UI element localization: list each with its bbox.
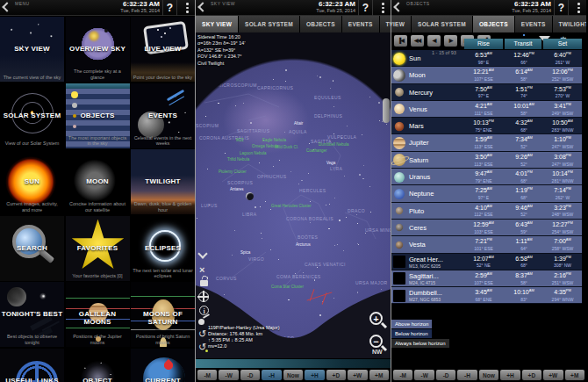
cell: 3:41PM249° WSW <box>543 103 582 116</box>
back-icon[interactable] <box>393 2 403 11</box>
overflow-menu-icon[interactable] <box>577 3 580 15</box>
overflow-menu-icon[interactable] <box>186 3 189 15</box>
tab-solar-system[interactable]: SOLAR SYSTEM <box>239 16 299 32</box>
tab-sky-view[interactable]: SKY VIEW <box>196 16 238 32</box>
time-step-button--w[interactable]: -W <box>219 370 238 380</box>
rotate-cw-icon[interactable]: ↺ <box>198 342 206 352</box>
comet-icon[interactable] <box>198 319 204 325</box>
object-row-venus[interactable]: Venus 4:21AM111° ESE 10:01AM58° 3:41PM24… <box>391 101 582 118</box>
time-step-button--d[interactable]: -D <box>436 370 455 380</box>
help-button[interactable]: ? <box>358 0 373 16</box>
sky-map[interactable]: MICROSCOPIUMCAPRICORNUSPEGASUSEQUULEUSDE… <box>196 32 391 358</box>
time-step-button-+w[interactable]: +W <box>348 370 367 380</box>
object-rise-set: ↑ 5:35 PM ↓ 8:25 AM <box>208 337 280 343</box>
tile-subtitle: The complete sky at a glance <box>68 68 128 80</box>
object-row-moon[interactable]: Moon 12:21AM107° ESE 6:14AM58° 12:06PM25… <box>391 67 582 83</box>
unlock-icon[interactable] <box>200 280 208 286</box>
rotate-ccw-icon[interactable]: ↺ <box>198 329 206 339</box>
overflow-menu-icon[interactable] <box>382 3 384 15</box>
object-row-mars[interactable]: Mars 10:13PM75° ENE 4:32AM68° 10:50AM283… <box>391 118 582 134</box>
close-icon[interactable]: × <box>199 264 204 275</box>
time-step-button-+h[interactable]: +H <box>305 370 324 380</box>
jupiter-icon <box>393 137 405 149</box>
object-row-jupiter[interactable]: Jupiter 1:59AM113° ESE 7:34AM52° 1:10PM2… <box>391 134 582 151</box>
time-step-button-+m[interactable]: +M <box>369 370 389 380</box>
time-step-button-+d[interactable]: +D <box>522 370 541 380</box>
menu-tile-twilight[interactable]: TWILIGHT Dawn, dusk, blue & golden hour <box>131 149 195 214</box>
menu-tile-objects[interactable]: OBJECTS The most important objects in th… <box>66 83 130 148</box>
time-step-button--h[interactable]: -H <box>262 370 281 380</box>
tile-title: USEFUL LINKS <box>0 377 64 382</box>
object-name: Dumbbell... <box>409 289 442 297</box>
tab-events[interactable]: EVENTS <box>515 16 552 32</box>
tab-twilight[interactable]: TWILIGHT <box>380 16 391 32</box>
tile-title: MOONS OF SATURN <box>131 310 195 326</box>
time-step-button-+h[interactable]: +H <box>500 370 520 380</box>
time-step-button--m[interactable]: -M <box>197 370 217 380</box>
menu-tile-tonight-s-best[interactable]: TONIGHT'S BEST Best objects to observe t… <box>0 282 64 347</box>
time-step-button-+d[interactable]: +D <box>326 370 346 380</box>
zoom-in-icon[interactable]: + <box>369 312 383 325</box>
time-step-button--w[interactable]: -W <box>414 370 434 380</box>
column-header-set[interactable]: Set <box>543 39 582 49</box>
menu-tile-live-view[interactable]: LIVE VIEW Point your device to the sky <box>131 17 195 82</box>
menu-tile-useful-links[interactable]: USEFUL LINKS <box>0 349 64 382</box>
menu-tile-object-database[interactable]: OBJECT DATABASE <box>66 349 130 382</box>
time-step-button--h[interactable]: -H <box>457 370 477 380</box>
map-slider-handle[interactable] <box>383 98 390 123</box>
object-row-greather[interactable]: Great Her... M13, NGC 6205 12:07AM52° NE… <box>391 254 582 270</box>
cell: 6:40PM261° W <box>543 52 582 65</box>
tab-twilight[interactable]: TWILIGHT <box>553 16 586 32</box>
menu-tile-favorites[interactable]: FAVORITES Your favorite objects [0] <box>66 216 130 281</box>
column-header-rise[interactable]: Rise <box>464 39 503 49</box>
menu-tile-search[interactable]: SEARCH <box>0 216 64 281</box>
tile-subtitle: Celestial events in the next weeks <box>133 135 193 147</box>
tab-solar-system[interactable]: SOLAR SYSTEM <box>412 16 472 32</box>
menu-tile-events[interactable]: EVENTS Celestial events in the next week… <box>131 83 195 148</box>
daylight-time-slider[interactable] <box>196 358 391 368</box>
time-step-button-now[interactable]: Now <box>283 370 303 380</box>
column-header-transit[interactable]: Transit <box>505 39 541 49</box>
center-target-icon[interactable] <box>198 292 209 302</box>
object-row-neptune[interactable]: Neptune 7:25AM97° E 1:19PM68° 7:14PM262°… <box>391 185 582 202</box>
zoom-out-icon[interactable]: − <box>369 335 383 348</box>
tab-objects[interactable]: OBJECTS <box>300 16 341 32</box>
menu-tile-current-location[interactable]: CURRENT LOCATION <box>131 349 195 382</box>
menu-tile-overview-sky[interactable]: OVERVIEW SKY The complete sky at a glanc… <box>66 17 130 82</box>
object-row-mercury[interactable]: Mercury 7:50AM97° E 1:51PM74° 7:53PM270°… <box>391 84 582 101</box>
app-screen: MENU 6:32:23 AM Tue, Feb 25, 2014 ? SKY … <box>0 0 588 382</box>
object-row-vesta[interactable]: Vesta 7:21PM101° ESE 1:11AM64° 7:00AM258… <box>391 236 582 253</box>
object-row-sagittari[interactable]: Sagittari... M24, IC 4715 2:59AM107° ESE… <box>391 270 582 287</box>
time-step-button--d[interactable]: -D <box>240 370 260 380</box>
time-step-button-now[interactable]: Now <box>479 370 498 380</box>
menu-tile-moons-of-saturn[interactable]: MOONS OF SATURN Positions of bright Satu… <box>131 282 195 347</box>
tab-objects[interactable]: OBJECTS <box>473 16 514 32</box>
sky-info-line: Civil Twilight <box>197 61 245 67</box>
time-step-button--m[interactable]: -M <box>393 370 412 380</box>
back-icon[interactable] <box>2 2 11 11</box>
menu-tile-eclipses[interactable]: ECLIPSES The next ten solar and lunar ec… <box>131 216 195 281</box>
selected-object-info: 119P/Parker-Hartley (Ursa Major) Distanc… <box>208 325 280 350</box>
object-row-saturn[interactable]: Saturn 3:50AM113° ESE 9:26AM52° 3:08PM24… <box>391 152 582 169</box>
time-step-button-+m[interactable]: +M <box>565 370 584 380</box>
current-date: Tue, Feb 25, 2014 <box>120 9 160 14</box>
help-button[interactable]: ? <box>554 0 569 16</box>
menu-tile-sky-view[interactable]: SKY VIEW The current view of the sky <box>0 17 64 82</box>
object-row-uranus[interactable]: Uranus 9:47AM79° ENE 4:01PM68° 10:14PM28… <box>391 169 582 185</box>
back-icon[interactable] <box>197 2 207 11</box>
object-row-dumbbell[interactable]: Dumbbell... M27, NGC 6853 3:45AM68° ENE … <box>391 287 582 304</box>
help-button[interactable]: ? <box>162 0 177 16</box>
object-row-sun[interactable]: Sun 6:53AM98° E 12:46PM66° 6:40PM261° W <box>391 50 582 67</box>
object-row-pluto[interactable]: Pluto 4:10AM112° ESE 9:46AM52° 3:23PM248… <box>391 203 582 220</box>
tab-events[interactable]: EVENTS <box>342 16 379 32</box>
tile-subtitle: View of our Solar System <box>2 141 62 146</box>
time-step-button-+w[interactable]: +W <box>543 370 563 380</box>
menu-tile-moon[interactable]: MOON Concise information about our satel… <box>66 149 130 214</box>
menu-tile-solar-system[interactable]: SOLAR SYSTEM View of our Solar System <box>0 83 64 148</box>
cell: 4:32AM68° <box>505 119 543 133</box>
menu-tile-sun[interactable]: SUN Current images, activity, and more <box>0 149 64 214</box>
chevron-down-icon[interactable] <box>199 250 206 257</box>
object-row-ceres[interactable]: Ceres 12:59AM103° ESE 6:43AM59° 12:27PM2… <box>391 220 582 236</box>
tab-sky-view[interactable]: SKY VIEW <box>391 16 411 32</box>
menu-tile-galilean-moons[interactable]: GALILEAN MOONS Positions of the Jupiter … <box>66 282 130 347</box>
